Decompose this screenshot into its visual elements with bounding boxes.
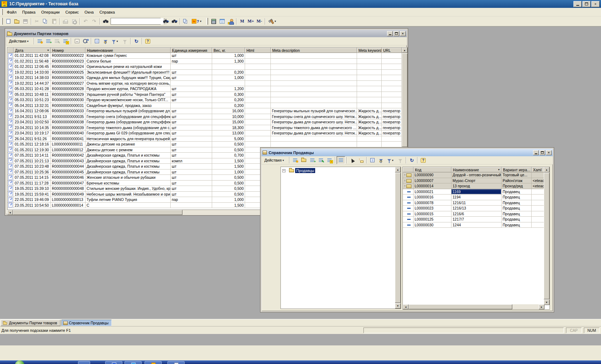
- header-name[interactable]: Наименование▼: [451, 167, 502, 172]
- help-1c-button[interactable]: 1с ? ▼: [190, 18, 204, 25]
- menu-file[interactable]: Файл: [4, 9, 19, 15]
- filter-settings-button[interactable]: [377, 156, 385, 164]
- sort-button[interactable]: ↕: [93, 37, 101, 45]
- new-document-button[interactable]: [4, 18, 13, 25]
- document-row[interactable]: 19.02.2011 14:33:00 R00000000000025 Экск…: [8, 70, 402, 75]
- window2-actions-button[interactable]: Действия ▼: [262, 157, 287, 163]
- scroll-up-button[interactable]: ▲: [402, 48, 407, 53]
- document-row[interactable]: 01.02.2011 12:06:45 R00000000000024 Ориг…: [8, 64, 402, 70]
- delete-row-button[interactable]: ×: [61, 37, 70, 45]
- open-button[interactable]: [13, 18, 21, 25]
- window2-titlebar[interactable]: Справочник Продавцы ×: [262, 149, 553, 156]
- select-button[interactable]: [348, 156, 357, 164]
- header-hierarchy-variant[interactable]: Вариант иера...: [502, 167, 532, 172]
- configure-button[interactable]: ▼: [267, 18, 279, 25]
- scroll-up-button[interactable]: ▲: [544, 167, 549, 172]
- window1-minimize-button[interactable]: [387, 31, 393, 36]
- window1-actions-button[interactable]: Действия ▼: [7, 38, 31, 44]
- header-xaml[interactable]: Xaml: [532, 167, 544, 172]
- window2-close-button[interactable]: ×: [546, 150, 552, 155]
- add-copy-button[interactable]: +: [44, 37, 53, 45]
- document-row[interactable]: 23.04.2011 9:51:13 R00000000000035 Генер…: [8, 114, 402, 120]
- window1-maximize-button[interactable]: [394, 31, 399, 36]
- document-row[interactable]: 05.04.2011 13:32:31 R00000000000031 Свад…: [8, 103, 402, 109]
- seller-row[interactable]: L00000016 1194 Продавец: [403, 195, 544, 200]
- memory-minus-button[interactable]: M-: [255, 18, 264, 25]
- toolbar-grip-2[interactable]: [206, 18, 208, 25]
- add-item-button[interactable]: ✱: [291, 156, 299, 164]
- user-permissions-button[interactable]: [226, 18, 235, 25]
- paste-button[interactable]: [50, 18, 58, 25]
- header-url[interactable]: URL: [382, 48, 402, 53]
- sellers-vertical-scrollbar[interactable]: ▲ ▼: [544, 167, 549, 305]
- refresh-button[interactable]: ↻: [132, 37, 141, 45]
- header-icon-column[interactable]: [403, 167, 414, 172]
- find-in-list-button[interactable]: N: [81, 37, 90, 45]
- add-group-button[interactable]: [299, 156, 308, 164]
- up-level-button[interactable]: ↑: [357, 156, 365, 164]
- document-row[interactable]: 05.03.2011 10:51:23 R00000000000030 Прод…: [8, 97, 402, 103]
- windows-taskbar[interactable]: [0, 360, 601, 364]
- filter-settings-button[interactable]: [101, 37, 110, 45]
- horizontal-scroll-thumb[interactable]: [13, 210, 182, 215]
- document-row[interactable]: 23.04.2011 10:02:50 R00000000000038 Гене…: [8, 119, 402, 125]
- app-maximize-button[interactable]: [582, 1, 591, 7]
- delete-item-button[interactable]: ×: [325, 156, 334, 164]
- duplicate-button[interactable]: [181, 18, 190, 25]
- taskbar-button[interactable]: [167, 361, 185, 364]
- refresh-button[interactable]: ↻: [407, 156, 416, 164]
- find-prev-button[interactable]: ↶: [170, 18, 179, 25]
- taskbar-button[interactable]: [124, 361, 142, 364]
- tree-vertical-scrollbar[interactable]: ▲ ▼: [395, 167, 401, 309]
- seller-row[interactable]: L00000021 1169 Продавец: [403, 189, 544, 195]
- seller-row[interactable]: L00000125 1217/7 Продавец: [403, 217, 544, 222]
- document-row[interactable]: 16.04.2011 12:08:06 R00000000000033 Гене…: [8, 108, 402, 114]
- seller-row[interactable]: L00000078 1216/11 Продавец: [403, 200, 544, 206]
- header-name[interactable]: Наименование: [85, 48, 171, 53]
- document-row[interactable]: 26.04.2011 9:51:26 R00000000000041 Неток…: [8, 136, 402, 142]
- document-row[interactable]: 05.03.2011 10:41:28 R00000000000028 Прод…: [8, 86, 402, 92]
- header-meta-keywords[interactable]: Meta keywords: [357, 48, 382, 53]
- clear-filter-button[interactable]: [396, 156, 405, 164]
- filter-by-value-button[interactable]: ▼: [110, 37, 121, 45]
- menu-edit[interactable]: Правка: [19, 9, 38, 15]
- seller-row[interactable]: L00000014 13 проход Проход/ряд <eteac:St…: [403, 183, 544, 189]
- taskbar-button[interactable]: [78, 361, 90, 364]
- toolbar-grip[interactable]: [1, 18, 3, 25]
- document-row[interactable]: 01.02.2011 11:56:48 R00000000000023 Сапо…: [8, 59, 402, 64]
- find-next-button[interactable]: ↷: [161, 18, 170, 25]
- memory-button[interactable]: M: [238, 18, 246, 25]
- menu-service[interactable]: Сервис: [63, 9, 82, 15]
- column-width-button[interactable]: ↔: [73, 37, 81, 45]
- document-row[interactable]: 01.05.2011 12:18:16 L00000000000011 Джин…: [8, 142, 402, 147]
- vertical-scroll-thumb[interactable]: [395, 173, 401, 303]
- app-close-button[interactable]: ×: [591, 1, 600, 7]
- add-row-button[interactable]: ✱: [35, 37, 44, 45]
- header-unit[interactable]: Единица измерения: [171, 48, 212, 53]
- seller-row[interactable]: L00000030 1244 Продавец: [403, 222, 544, 228]
- edit-item-button[interactable]: ✎: [317, 156, 325, 164]
- taskbar-button[interactable]: [145, 361, 162, 364]
- document-row[interactable]: 19.02.2011 14:44:37 R00000000000027 Очен…: [8, 81, 402, 87]
- tree-expand-icon[interactable]: +: [282, 169, 285, 172]
- sellers-horizontal-scrollbar[interactable]: ◄ ►: [403, 304, 544, 309]
- menubar-grip[interactable]: [1, 9, 3, 15]
- seller-row[interactable]: L00000007 Мурас-Спорт Район/этаж <eteac:…: [403, 178, 544, 184]
- vertical-scroll-thumb[interactable]: [544, 173, 549, 299]
- header-icon-column[interactable]: [8, 48, 14, 53]
- header-weight[interactable]: Вес, кг.: [212, 48, 245, 53]
- vertical-scroll-thumb[interactable]: [402, 53, 407, 147]
- header-number[interactable]: Номер: [51, 48, 85, 53]
- add-copy-button[interactable]: +: [308, 156, 317, 164]
- scroll-left-button[interactable]: ◄: [403, 304, 409, 309]
- header-html[interactable]: Html: [245, 48, 271, 53]
- taskbar-button[interactable]: [105, 361, 122, 364]
- menu-windows[interactable]: Окна: [82, 9, 97, 15]
- find-button[interactable]: [101, 18, 110, 25]
- window1-titlebar[interactable]: Документы Партии товаров ×: [6, 30, 407, 37]
- save-button[interactable]: [21, 18, 30, 25]
- seller-row[interactable]: L00000015 1216/6 Продавец: [403, 211, 544, 217]
- clear-filter-button[interactable]: [121, 37, 129, 45]
- calendar-button[interactable]: [218, 18, 226, 25]
- help-button[interactable]: ?: [419, 156, 427, 164]
